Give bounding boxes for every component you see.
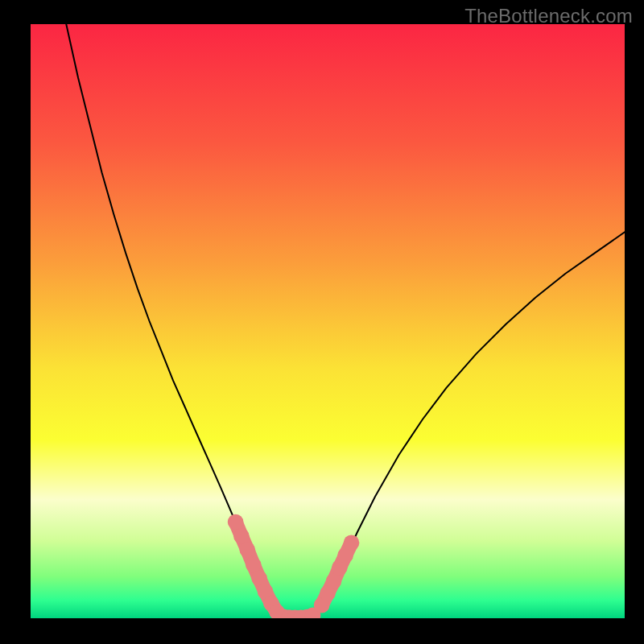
marker-dot <box>246 557 262 573</box>
chart-frame: TheBottleneck.com <box>0 0 644 644</box>
gradient-background <box>31 24 625 618</box>
bottleneck-curve-plot <box>0 0 644 644</box>
marker-dot <box>228 514 244 530</box>
marker-dot <box>240 542 256 558</box>
marker-dot <box>344 535 360 551</box>
watermark-label: TheBottleneck.com <box>464 5 633 27</box>
marker-dot <box>326 573 342 589</box>
marker-dot <box>233 528 250 544</box>
